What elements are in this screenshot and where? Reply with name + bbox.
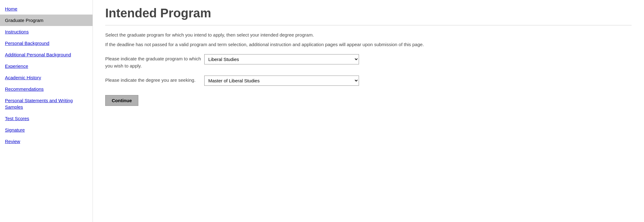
graduate-program-label: Please indicate the graduate program to … xyxy=(105,54,204,69)
page-title: Intended Program xyxy=(105,6,632,20)
degree-label: Please indicate the degree you are seeki… xyxy=(105,76,204,84)
sidebar-item-review[interactable]: Review xyxy=(0,136,93,147)
degree-row: Please indicate the degree you are seeki… xyxy=(105,76,632,86)
continue-button[interactable]: Continue xyxy=(105,95,138,106)
graduate-program-select[interactable]: Liberal Studies xyxy=(204,54,359,64)
sidebar-item-academic-history[interactable]: Academic History xyxy=(0,72,93,83)
description-2: If the deadline has not passed for a val… xyxy=(105,41,632,48)
degree-control: Master of Liberal Studies xyxy=(204,76,359,86)
graduate-program-control: Liberal Studies xyxy=(204,54,359,64)
sidebar-item-graduate-program[interactable]: Graduate Program xyxy=(0,15,93,26)
sidebar-item-recommendations[interactable]: Recommendations xyxy=(0,83,93,95)
sidebar-item-test-scores[interactable]: Test Scores xyxy=(0,113,93,124)
graduate-program-row: Please indicate the graduate program to … xyxy=(105,54,632,69)
sidebar: HomeGraduate ProgramInstructionsPersonal… xyxy=(0,0,93,222)
degree-select[interactable]: Master of Liberal Studies xyxy=(204,76,359,86)
form-section: Please indicate the graduate program to … xyxy=(105,54,632,106)
description-1: Select the graduate program for which yo… xyxy=(105,32,632,39)
sidebar-item-personal-statements[interactable]: Personal Statements and Writing Samples xyxy=(0,95,93,113)
sidebar-item-signature[interactable]: Signature xyxy=(0,124,93,136)
sidebar-item-personal-background[interactable]: Personal Background xyxy=(0,37,93,49)
page-layout: HomeGraduate ProgramInstructionsPersonal… xyxy=(0,0,644,222)
main-content: Intended Program Select the graduate pro… xyxy=(93,0,644,222)
sidebar-item-home[interactable]: Home xyxy=(0,3,93,15)
sidebar-item-additional-personal-background[interactable]: Additional Personal Background xyxy=(0,49,93,60)
divider xyxy=(105,25,632,25)
sidebar-item-experience[interactable]: Experience xyxy=(0,60,93,72)
sidebar-item-instructions[interactable]: Instructions xyxy=(0,26,93,37)
